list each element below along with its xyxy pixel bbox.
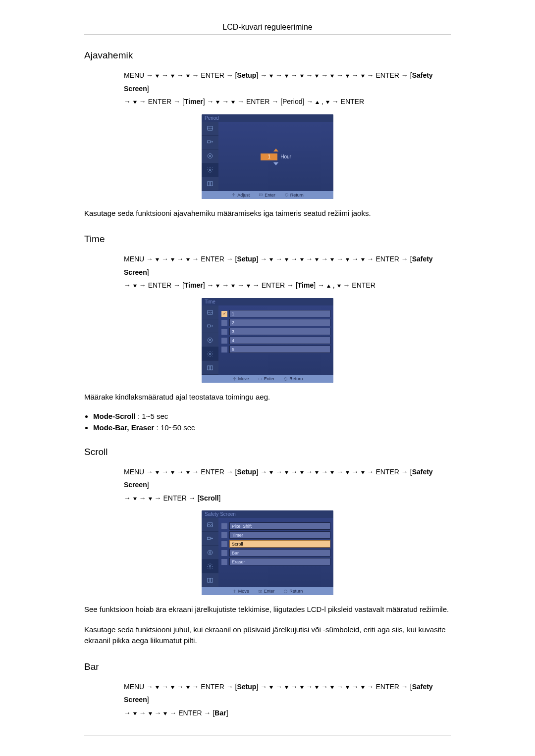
osd-title: Period <box>202 114 333 122</box>
osd-footer: Move Enter Return <box>202 587 333 595</box>
input-icon[interactable] <box>202 532 218 546</box>
period-description: Kasutage seda funktsiooni ajavahemiku mä… <box>84 208 451 219</box>
svg-rect-40 <box>208 325 211 327</box>
period-stepper[interactable]: 1 Hour <box>221 125 330 189</box>
osd-title: Safety Screen <box>202 510 333 518</box>
svg-marker-23 <box>156 258 159 261</box>
svg-marker-7 <box>330 75 334 78</box>
osd-panel-time: Time ✓12345 Move Enter Return <box>202 298 333 383</box>
multi-icon[interactable] <box>202 361 218 375</box>
osd-option-label: Scroll <box>229 540 330 548</box>
gear-icon[interactable] <box>202 559 218 573</box>
osd-safety-option[interactable]: Timer <box>221 531 330 539</box>
period-unit: Hour <box>280 154 291 159</box>
svg-marker-48 <box>171 471 174 474</box>
nav-sequence-scroll: MENU → → → → ENTER → [Setup] → → → → → →… <box>124 465 451 505</box>
check-icon <box>221 550 227 556</box>
osd-safety-option[interactable]: Eraser <box>221 558 330 565</box>
section-heading-time: Time <box>84 234 451 245</box>
svg-marker-53 <box>315 471 319 474</box>
osd-option-label: 4 <box>229 337 330 344</box>
bottom-rule <box>84 736 451 736</box>
scroll-description-2: Kasutage seda funktsiooni juhul, kui ekr… <box>84 624 451 647</box>
svg-marker-76 <box>361 686 365 689</box>
osd-option-label: 2 <box>229 319 330 326</box>
svg-marker-52 <box>300 471 303 474</box>
svg-marker-73 <box>315 686 319 689</box>
osd-option-label: Timer <box>229 531 330 539</box>
svg-point-62 <box>209 552 211 554</box>
nav-sequence-time: MENU → → → → ENTER → [Setup] → → → → → →… <box>124 252 451 292</box>
check-icon: ✓ <box>221 311 227 317</box>
osd-time-option[interactable]: 4 <box>221 337 330 344</box>
svg-marker-13 <box>316 101 319 104</box>
osd-option-label: Eraser <box>229 558 330 565</box>
svg-point-43 <box>209 353 211 355</box>
svg-marker-47 <box>156 471 159 474</box>
svg-marker-1 <box>171 75 174 78</box>
osd-safety-option[interactable]: Scroll <box>221 540 330 548</box>
osd-option-label: 1 <box>229 310 330 317</box>
gear-icon[interactable] <box>202 163 218 177</box>
svg-marker-33 <box>133 285 137 288</box>
check-icon <box>221 347 227 353</box>
svg-marker-4 <box>285 75 288 78</box>
osd-option-label: 5 <box>229 346 330 353</box>
period-value: 1 <box>261 153 277 160</box>
osd-sidebar <box>202 122 218 191</box>
osd-time-option[interactable]: ✓1 <box>221 310 330 317</box>
svg-point-18 <box>209 155 211 157</box>
input-icon[interactable] <box>202 319 218 333</box>
svg-marker-78 <box>149 712 152 715</box>
check-icon <box>221 559 227 565</box>
chevron-down-icon[interactable] <box>273 162 278 165</box>
multi-icon[interactable] <box>202 177 218 191</box>
svg-marker-37 <box>327 285 330 288</box>
svg-marker-49 <box>186 471 189 474</box>
osd-sidebar <box>202 518 218 587</box>
svg-point-19 <box>209 169 211 171</box>
osd-sidebar <box>202 305 218 375</box>
top-rule <box>84 35 451 35</box>
osd-panel-period: Period 1 Hour Adjust Enter Return <box>202 114 333 199</box>
chevron-up-icon[interactable] <box>273 149 278 151</box>
svg-marker-31 <box>346 258 349 261</box>
svg-marker-11 <box>216 101 219 104</box>
input-icon[interactable] <box>202 136 218 150</box>
osd-time-option[interactable]: 2 <box>221 319 330 326</box>
gear-icon[interactable] <box>202 347 218 361</box>
svg-marker-70 <box>269 686 273 689</box>
svg-marker-27 <box>285 258 288 261</box>
time-modes-list: Mode-Scroll : 1~5 secMode-Bar, Eraser : … <box>84 412 451 432</box>
multi-icon[interactable] <box>202 573 218 587</box>
picture-icon[interactable] <box>202 518 218 532</box>
svg-marker-58 <box>149 498 152 501</box>
picture-icon[interactable] <box>202 305 218 319</box>
osd-time-option[interactable]: 5 <box>221 346 330 353</box>
svg-marker-75 <box>346 686 349 689</box>
svg-rect-60 <box>208 537 211 540</box>
osd-title: Time <box>202 298 333 305</box>
osd-time-option[interactable]: 3 <box>221 328 330 335</box>
svg-marker-67 <box>156 686 159 689</box>
osd-option-label: Pixel Shift <box>229 522 330 530</box>
osd-safety-option[interactable]: Pixel Shift <box>221 522 330 530</box>
osd-safety-option[interactable]: Bar <box>221 549 330 556</box>
sound-icon[interactable] <box>202 150 218 163</box>
svg-rect-65 <box>211 578 213 582</box>
svg-marker-68 <box>171 686 174 689</box>
svg-marker-29 <box>315 258 319 261</box>
svg-marker-57 <box>133 498 137 501</box>
svg-marker-10 <box>133 101 137 104</box>
svg-marker-6 <box>315 75 319 78</box>
svg-marker-25 <box>186 258 189 261</box>
scroll-description-1: See funktsioon hoiab ära ekraani järelku… <box>84 604 451 615</box>
sound-icon[interactable] <box>202 333 218 347</box>
picture-icon[interactable] <box>202 122 218 136</box>
check-icon <box>221 320 227 326</box>
svg-point-17 <box>208 154 212 158</box>
sound-icon[interactable] <box>202 546 218 559</box>
svg-marker-9 <box>361 75 365 78</box>
svg-rect-20 <box>208 182 210 186</box>
svg-marker-55 <box>346 471 349 474</box>
